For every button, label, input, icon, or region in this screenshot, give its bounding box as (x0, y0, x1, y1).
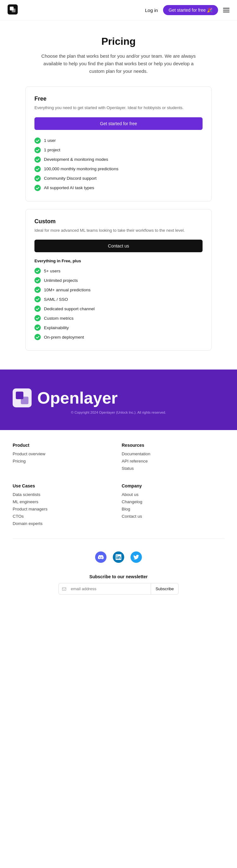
footer-col-use-cases: Use Cases Data scientists ML engineers P… (12, 483, 115, 528)
footer-col-company: Company About us Changelog Blog Contact … (122, 483, 225, 528)
social-icons (0, 552, 237, 569)
custom-plan-desc: Ideal for more advanced ML teams looking… (34, 227, 203, 234)
svg-point-13 (34, 306, 41, 312)
list-item: 100,000 monthly monitoring predictions (34, 166, 203, 172)
custom-plan-card: Custom Ideal for more advanced ML teams … (25, 209, 212, 351)
list-item: All supported AI task types (34, 185, 203, 191)
free-plan-desc: Everything you need to get started with … (34, 105, 203, 111)
footer-link-changelog[interactable]: Changelog (122, 499, 225, 504)
feature-text: 10M+ annual predictions (44, 287, 90, 292)
custom-plan-title: Custom (34, 218, 203, 225)
svg-point-9 (34, 268, 41, 274)
check-icon (34, 268, 41, 274)
feature-text: All supported AI task types (44, 185, 94, 190)
banner-logo-text: Openlayer (37, 389, 117, 407)
pricing-description: Choose the plan that works best for you … (40, 52, 198, 75)
list-item: Dedicated support channel (34, 306, 203, 312)
svg-point-4 (34, 147, 41, 153)
banner-logo-icon (12, 389, 32, 407)
svg-rect-19 (21, 397, 28, 404)
menu-icon[interactable] (223, 8, 230, 12)
feature-text: 1 project (44, 148, 60, 152)
svg-point-8 (34, 185, 41, 191)
login-button[interactable]: Log in (145, 7, 158, 13)
free-plan-card: Free Everything you need to get started … (25, 86, 212, 202)
footer-link-status[interactable]: Status (122, 466, 225, 471)
feature-text: Community Discord support (44, 176, 97, 181)
linkedin-icon[interactable] (113, 552, 124, 563)
get-started-button[interactable]: Get started for free 🎉 (163, 5, 218, 15)
check-icon (34, 166, 41, 172)
free-plan-title: Free (34, 96, 203, 102)
footer-link-ctos[interactable]: CTOs (12, 514, 115, 519)
newsletter-email-input[interactable] (70, 583, 151, 594)
footer-link-domain-experts[interactable]: Domain experts (12, 521, 115, 526)
list-item: SAML / SSO (34, 296, 203, 302)
footer-link-product-overview[interactable]: Product overview (12, 452, 115, 456)
svg-point-16 (34, 334, 41, 340)
custom-feature-list: 5+ users Unlimited projects 10M+ annual … (34, 268, 203, 340)
check-icon (34, 296, 41, 302)
check-icon (34, 175, 41, 182)
footer-banner: Openlayer © Copyright 2024 Openlayer (Un… (0, 370, 237, 430)
footer-link-ml-engineers[interactable]: ML engineers (12, 499, 115, 504)
feature-text: SAML / SSO (44, 297, 68, 302)
footer-col-title-product: Product (12, 443, 115, 448)
footer-link-api-reference[interactable]: API reference (122, 459, 225, 463)
header: Log in Get started for free 🎉 (0, 0, 237, 21)
svg-point-11 (34, 287, 41, 293)
list-item: 1 user (34, 137, 203, 144)
svg-rect-20 (62, 587, 66, 590)
feature-text: On-prem deployment (44, 335, 84, 340)
custom-plan-cta[interactable]: Contact us (34, 240, 203, 252)
free-feature-list: 1 user 1 project Development & monitorin… (34, 137, 203, 191)
list-item: Custom metrics (34, 315, 203, 321)
svg-rect-2 (12, 8, 16, 12)
footer-link-contact-us[interactable]: Contact us (122, 514, 225, 519)
footer-col-title-company: Company (122, 483, 225, 488)
footer-link-documentation[interactable]: Documentation (122, 452, 225, 456)
check-icon (34, 137, 41, 144)
footer-link-data-scientists[interactable]: Data scientists (12, 492, 115, 497)
twitter-icon[interactable] (131, 552, 142, 563)
list-item: Explainability (34, 324, 203, 331)
check-icon (34, 287, 41, 293)
newsletter-subscribe-button[interactable]: Subscribe (151, 583, 178, 594)
check-icon (34, 334, 41, 340)
svg-point-5 (34, 156, 41, 163)
list-item: On-prem deployment (34, 334, 203, 340)
list-item: 1 project (34, 147, 203, 153)
footer-col-title-use-cases: Use Cases (12, 483, 115, 488)
check-icon (34, 156, 41, 163)
check-icon (34, 277, 41, 283)
feature-text: Dedicated support channel (44, 307, 95, 311)
feature-text: Explainability (44, 326, 69, 330)
footer-link-blog[interactable]: Blog (122, 507, 225, 512)
list-item: 5+ users (34, 268, 203, 274)
footer-links: Product Product overview Pricing Resourc… (0, 430, 237, 528)
check-icon (34, 315, 41, 321)
svg-point-7 (34, 175, 41, 182)
footer-link-pricing[interactable]: Pricing (12, 459, 115, 463)
pricing-cards: Free Everything you need to get started … (0, 86, 237, 370)
svg-point-6 (34, 166, 41, 172)
svg-point-15 (34, 324, 41, 331)
list-item: Community Discord support (34, 175, 203, 182)
banner-logo-container: Openlayer (12, 389, 225, 407)
footer-link-about-us[interactable]: About us (122, 492, 225, 497)
logo[interactable] (7, 4, 18, 16)
svg-point-10 (34, 277, 41, 283)
free-plan-cta[interactable]: Get started for free (34, 117, 203, 130)
footer-link-product-managers[interactable]: Product managers (12, 507, 115, 512)
feature-text: Development & monitoring modes (44, 157, 108, 162)
svg-point-14 (34, 315, 41, 321)
pricing-hero: Pricing Choose the plan that works best … (0, 21, 237, 86)
feature-text: Unlimited projects (44, 278, 78, 283)
discord-icon[interactable] (95, 552, 106, 563)
page-title: Pricing (19, 36, 218, 47)
footer-copyright: © Copyright 2024 Openlayer (Unlock Inc.)… (12, 410, 225, 414)
feature-text: 5+ users (44, 269, 60, 273)
check-icon (34, 185, 41, 191)
footer-col-title-resources: Resources (122, 443, 225, 448)
newsletter-title: Subscribe to our newsletter (12, 574, 225, 579)
